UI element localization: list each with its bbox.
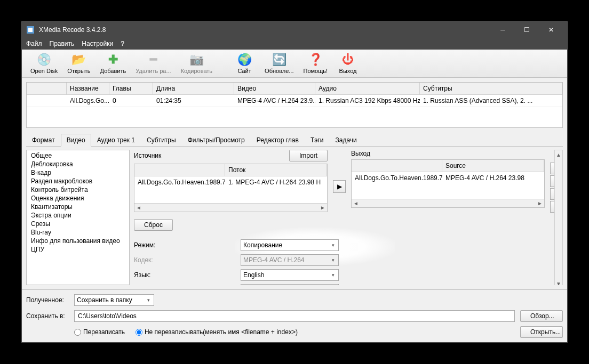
side-item[interactable]: Раздел макроблоков (28, 177, 128, 185)
scrollbar[interactable]: ◄ ► (352, 199, 544, 207)
reset-button[interactable]: Сброс (134, 219, 173, 231)
mode-label: Режим: (134, 241, 241, 249)
scroll-right-icon[interactable]: ► (319, 204, 327, 212)
side-item[interactable]: Инфо для пользования видео (28, 237, 128, 245)
tab-chapters[interactable]: Редактор глав (251, 134, 305, 147)
maximize-button[interactable]: ☐ (515, 22, 539, 38)
overwrite-radio[interactable]: Перезаписать (74, 328, 125, 336)
remove-button: ━Удалить ра... (131, 52, 175, 75)
exit-icon: ⏻ (342, 53, 354, 67)
chevron-down-icon: ▾ (329, 241, 337, 249)
tab-tags[interactable]: Тэги (305, 134, 330, 147)
browse-button[interactable]: Обзор... (520, 310, 563, 322)
open-button[interactable]: 📂Открыть (63, 52, 94, 75)
no-overwrite-radio[interactable]: Не перезаписывать(менять имя <filename +… (136, 328, 298, 336)
chevron-down-icon: ▾ (144, 296, 153, 304)
output-label: Выход (351, 150, 370, 157)
transfer-button[interactable]: ▶ (333, 180, 346, 193)
tab-video[interactable]: Видео (61, 134, 91, 147)
col-audio[interactable]: Аудио (315, 83, 420, 94)
tab-filters[interactable]: Фильтры/Просмотр (182, 134, 251, 147)
update-button[interactable]: 🔄Обновле... (260, 52, 298, 75)
app-icon (26, 26, 35, 34)
site-button[interactable]: 🌍Сайт (229, 52, 259, 75)
chevron-down-icon: ▾ (329, 271, 337, 279)
close-button[interactable]: ✕ (539, 22, 563, 38)
import-button[interactable]: Import (289, 150, 328, 161)
save-to-label: Сохранить в: (26, 312, 69, 320)
output-grid: Source All.Dogs.Go.To.Heaven.1989.720p.B… (351, 159, 545, 208)
menu-edit[interactable]: Править (50, 40, 75, 47)
side-item[interactable]: Blu-ray (28, 228, 128, 237)
open-folder-button[interactable]: Открыть... (520, 326, 563, 338)
video-options-list: Общее Деблокировка В-кадр Раздел макробл… (26, 150, 130, 285)
scrollbar[interactable]: ◄ ► (134, 203, 327, 212)
side-item[interactable]: Общее (28, 151, 128, 160)
file-row[interactable]: All.Dogs.Go... 0 01:24:35 MPEG-4 AVC / H… (27, 95, 562, 107)
fps-combo: Как оригинал▾ (241, 284, 339, 285)
side-item[interactable]: Оценка движения (28, 194, 128, 203)
stream-col[interactable]: Поток (225, 164, 327, 176)
disk-icon: 💿 (37, 53, 51, 67)
globe-icon: 🌍 (237, 53, 252, 67)
col-chapters[interactable]: Главы (109, 83, 153, 94)
add-button[interactable]: ✚Добавить (96, 52, 131, 75)
scroll-up-icon[interactable]: ▲ (555, 150, 562, 159)
bottom-panel: Полученное: Сохранить в папку▾ Сохранить… (22, 289, 567, 342)
source-row[interactable]: All.Dogs.Go.To.Heaven.1989.72... 1. MPEG… (134, 176, 327, 188)
lang-combo[interactable]: English▾ (241, 269, 339, 281)
titlebar: XMedia Recode 3.4.2.8 ─ ☐ ✕ (22, 22, 567, 38)
plus-icon: ✚ (108, 53, 118, 67)
menu-file[interactable]: Файл (26, 40, 42, 47)
menu-help[interactable]: ? (121, 40, 124, 47)
help-button[interactable]: ❓Помощь! (299, 52, 332, 75)
lang-label: Язык: (134, 271, 241, 279)
menubar: Файл Править Настройки ? (22, 38, 567, 50)
scroll-right-icon[interactable]: ► (536, 199, 544, 208)
help-icon: ❓ (308, 53, 323, 67)
tab-bar: Формат Видео Аудио трек 1 Субтитры Фильт… (26, 133, 563, 147)
menu-settings[interactable]: Настройки (82, 40, 113, 47)
source-col[interactable]: Source (442, 160, 544, 172)
open-disk-button[interactable]: 💿Open Disk (26, 52, 62, 75)
codec-combo: MPEG-4 AVC / H.264▾ (241, 254, 339, 266)
scroll-left-icon[interactable]: ◄ (134, 204, 143, 212)
path-input[interactable] (74, 310, 515, 322)
received-combo[interactable]: Сохранить в папку▾ (74, 294, 154, 306)
scroll-left-icon[interactable]: ◄ (352, 199, 360, 208)
file-grid: Название Главы Длина Видео Аудио Субтитр… (26, 82, 563, 128)
folder-icon: 📂 (71, 53, 86, 67)
tab-tasks[interactable]: Задачи (329, 134, 362, 147)
chevron-down-icon: ▾ (329, 256, 337, 264)
exit-button[interactable]: ⏻Выход (333, 52, 363, 75)
col-video[interactable]: Видео (234, 83, 315, 94)
app-window: XMedia Recode 3.4.2.8 ─ ☐ ✕ Файл Править… (21, 21, 568, 343)
output-row[interactable]: All.Dogs.Go.To.Heaven.1989.720p.B... MPE… (352, 172, 544, 184)
received-label: Полученное: (26, 296, 69, 304)
side-item[interactable]: Деблокировка (28, 160, 128, 168)
tab-format[interactable]: Формат (26, 134, 61, 147)
col-subtitles[interactable]: Субтитры (420, 83, 562, 94)
main-area: Источник Import Поток All.Dogs.Go.To.Hea… (134, 150, 563, 285)
side-item[interactable]: Срезы (28, 220, 128, 228)
mode-combo[interactable]: Копирование▾ (241, 239, 339, 251)
minimize-button[interactable]: ─ (491, 22, 515, 38)
minus-icon: ━ (150, 53, 157, 67)
refresh-icon: 🔄 (272, 53, 286, 67)
tab-audio1[interactable]: Аудио трек 1 (91, 134, 141, 147)
side-item[interactable]: Экстра опции (28, 211, 128, 220)
side-item[interactable]: Контроль битрейта (28, 185, 128, 194)
window-title: XMedia Recode 3.4.2.8 (39, 26, 491, 34)
tab-subtitles[interactable]: Субтитры (141, 134, 182, 147)
col-name[interactable]: Название (67, 83, 109, 94)
col-length[interactable]: Длина (153, 83, 234, 94)
col-blank[interactable] (27, 83, 67, 94)
side-item[interactable]: Квантизаторы (28, 203, 128, 211)
encode-button: 📷Кодировать (177, 52, 217, 75)
camera-icon: 📷 (189, 53, 204, 67)
codec-label: Кодек: (134, 256, 241, 264)
side-item[interactable]: ЦПУ (28, 245, 128, 254)
side-item[interactable]: В-кадр (28, 168, 128, 177)
source-grid: Поток All.Dogs.Go.To.Heaven.1989.72... 1… (134, 164, 328, 212)
source-label: Источник (134, 152, 161, 159)
